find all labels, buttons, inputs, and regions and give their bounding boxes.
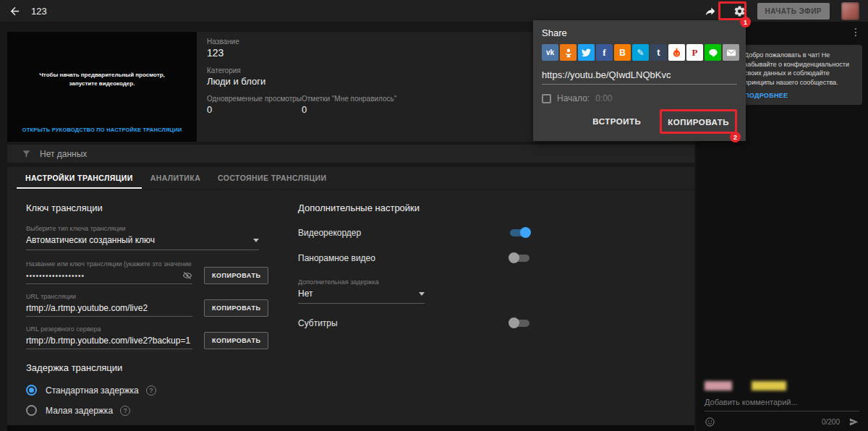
- stream-key-column: Ключ трансляции Выберите тип ключа транс…: [26, 198, 281, 431]
- tab-stream-health[interactable]: СОСТОЯНИЕ ТРАНСЛЯЦИИ: [209, 167, 335, 189]
- backup-url-label: URL резервного сервера: [26, 325, 192, 333]
- stream-url-value-row[interactable]: rtmp://a.rtmp.youtube.com/live2: [26, 303, 192, 317]
- backup-url-value-row[interactable]: rtmp://b.rtmp.youtube.com/live2?backup=1: [26, 336, 192, 349]
- funnel-icon: [21, 148, 32, 159]
- settings-body: Ключ трансляции Выберите тип ключа транс…: [7, 189, 694, 431]
- additional-settings-column: Дополнительные настройки Видеорекордер П…: [298, 198, 537, 431]
- topbar-left: 123: [9, 5, 47, 17]
- status-text: Нет данных: [40, 149, 87, 159]
- backup-url-field: URL резервного сервера rtmp://b.rtmp.you…: [26, 325, 192, 349]
- start-time-value: 0:00: [595, 93, 612, 103]
- additional-settings-heading: Дополнительные настройки: [298, 202, 537, 213]
- chat-author-blurred: [705, 381, 732, 391]
- encoder-guide-link[interactable]: ОТКРЫТЬ РУКОВОДСТВО ПО НАСТРОЙКЕ ТРАНСЛЯ…: [7, 127, 197, 142]
- stream-key-label: Название или ключ трансляции (укажите эт…: [26, 260, 192, 268]
- embed-button[interactable]: ВСТРОИТЬ: [592, 117, 641, 126]
- share-services-row: vk f B ✎ t P: [542, 44, 737, 61]
- status-strip: Нет данных: [7, 145, 694, 163]
- start-time-row: Начало: 0:00: [542, 93, 737, 103]
- stream-key-heading: Ключ трансляции: [26, 202, 281, 213]
- start-time-label: Начало:: [557, 93, 590, 103]
- panoramic-label: Панорамное видео: [298, 253, 375, 263]
- twitter-share-icon[interactable]: [578, 44, 595, 61]
- key-type-value: Автоматически созданный ключ: [26, 235, 155, 245]
- vk-share-icon[interactable]: vk: [542, 44, 558, 61]
- start-stream-button[interactable]: НАЧАТЬ ЭФИР: [757, 3, 830, 20]
- extra-delay-label: Дополнительная задержка: [298, 278, 537, 286]
- line-share-icon[interactable]: [705, 44, 721, 61]
- odnoklassniki-share-icon[interactable]: [560, 44, 576, 61]
- likes-value: 0: [302, 104, 396, 115]
- chat-welcome-text: Добро пожаловать в чат! Не забывайте о к…: [744, 51, 856, 87]
- settings-panel: НАСТРОЙКИ ТРАНСЛЯЦИИ АНАЛИТИКА СОСТОЯНИЕ…: [7, 167, 694, 431]
- facebook-share-icon[interactable]: f: [596, 44, 613, 61]
- views-label: Одновременные просмотры: [207, 95, 302, 103]
- stream-key-field-group: Название или ключ трансляции (укажите эт…: [26, 260, 281, 284]
- key-type-label: Выберите тип ключа трансляции: [26, 225, 281, 232]
- dvr-toggle[interactable]: [510, 229, 529, 236]
- share-popup: Share vk f B ✎ t P https://youtu.be/QIwd…: [533, 20, 746, 141]
- reddit-share-icon[interactable]: [668, 44, 685, 61]
- chat-more-link[interactable]: ПОДРОБНЕЕ: [744, 92, 856, 99]
- dvr-label: Видеорекордер: [298, 228, 361, 238]
- stream-key-field: Название или ключ трансляции (укажите эт…: [26, 260, 192, 284]
- emoji-icon[interactable]: [705, 417, 715, 427]
- avatar[interactable]: [841, 2, 859, 20]
- backup-url-value: rtmp://b.rtmp.youtube.com/live2?backup=1: [26, 336, 190, 346]
- copy-stream-url-button[interactable]: КОПИРОВАТЬ: [204, 299, 268, 317]
- chat-welcome-card: Добро пожаловать в чат! Не забывайте о к…: [738, 45, 862, 105]
- livejournal-share-icon[interactable]: ✎: [632, 44, 649, 61]
- subtitles-toggle[interactable]: [510, 320, 529, 327]
- copy-link-button[interactable]: КОПИРОВАТЬ: [668, 118, 729, 127]
- tab-stream-settings[interactable]: НАСТРОЙКИ ТРАНСЛЯЦИИ: [17, 167, 142, 189]
- avatar-blur: [841, 2, 859, 20]
- comment-input[interactable]: Добавить комментарий...: [705, 398, 859, 411]
- normal-latency-label: Стандартная задержка: [46, 385, 139, 396]
- stream-key-value-row[interactable]: ••••••••••••••••••: [26, 270, 192, 284]
- chat-message-blurred: [752, 381, 786, 391]
- share-icon[interactable]: [703, 5, 718, 17]
- tumblr-share-icon[interactable]: t: [650, 44, 667, 61]
- tabs-bar: НАСТРОЙКИ ТРАНСЛЯЦИИ АНАЛИТИКА СОСТОЯНИЕ…: [7, 167, 694, 189]
- stream-url-value: rtmp://a.rtmp.youtube.com/live2: [26, 303, 148, 313]
- back-arrow-icon[interactable]: [9, 5, 21, 17]
- chevron-down-icon: [419, 292, 425, 296]
- start-time-checkbox[interactable]: [542, 94, 551, 103]
- annotation-box-2: КОПИРОВАТЬ 2: [660, 109, 737, 134]
- stream-url-label: URL трансляции: [26, 293, 192, 300]
- pinterest-share-icon[interactable]: P: [686, 44, 703, 61]
- email-share-icon[interactable]: [723, 44, 739, 61]
- annotation-badge-2: 2: [730, 132, 741, 142]
- send-icon[interactable]: [848, 417, 859, 427]
- stream-url-field: URL трансляции rtmp://a.rtmp.youtube.com…: [26, 293, 192, 317]
- help-icon[interactable]: ?: [146, 385, 156, 396]
- radio-low-latency[interactable]: [26, 405, 37, 416]
- blogger-share-icon[interactable]: B: [614, 44, 631, 61]
- help-icon[interactable]: ?: [120, 406, 130, 416]
- views-value: 0: [207, 104, 302, 115]
- copy-backup-url-button[interactable]: КОПИРОВАТЬ: [204, 332, 268, 349]
- stream-key-value: ••••••••••••••••••: [26, 272, 85, 280]
- extra-delay-value: Нет: [298, 289, 312, 299]
- low-latency-label: Малая задержка: [46, 406, 113, 416]
- key-type-select[interactable]: Автоматически созданный ключ: [26, 235, 259, 250]
- panoramic-row: Панорамное видео: [298, 253, 529, 263]
- share-url-field[interactable]: https://youtu.be/QIwdLNQbKvc: [542, 69, 737, 85]
- likes-stat: Отметки "Мне понравилось" 0: [302, 95, 396, 115]
- copy-stream-key-button[interactable]: КОПИРОВАТЬ: [204, 267, 268, 284]
- chat-menu-icon[interactable]: ⋮: [851, 26, 861, 38]
- radio-normal-latency[interactable]: [26, 385, 37, 396]
- concurrent-views-stat: Одновременные просмотры 0: [207, 95, 302, 115]
- chat-controls: 0/200: [705, 417, 859, 427]
- tab-analytics[interactable]: АНАЛИТИКА: [142, 167, 209, 189]
- subtitles-row: Субтитры: [298, 318, 529, 328]
- share-popup-buttons: ВСТРОИТЬ КОПИРОВАТЬ 2: [542, 109, 737, 134]
- visibility-off-icon[interactable]: [182, 270, 192, 281]
- panoramic-toggle[interactable]: [510, 255, 529, 262]
- extra-delay-select[interactable]: Нет: [298, 289, 425, 304]
- video-preview: Чтобы начать предварительный просмотр, з…: [7, 32, 197, 142]
- chevron-down-icon: [253, 239, 259, 242]
- page-title: 123: [31, 6, 47, 17]
- horizontal-scrollbar[interactable]: [7, 425, 694, 431]
- preview-message: Чтобы начать предварительный просмотр, з…: [7, 32, 197, 127]
